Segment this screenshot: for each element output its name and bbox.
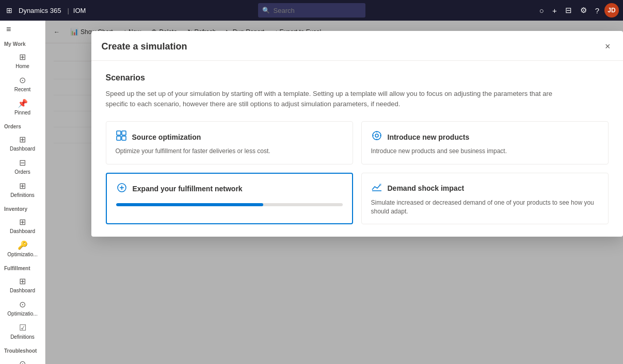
sidebar-item-fulfillment-optimization-label: Optimizatio... [7, 311, 37, 317]
sidebar-item-fulfillment-definitions-label: Definitions [10, 334, 35, 340]
svg-rect-1 [122, 131, 126, 135]
topbar-actions: ○ + ⊟ ⚙ ? JD [536, 3, 619, 18]
modal-title: Create a simulation [102, 41, 603, 52]
modal-header: Create a simulation × [91, 31, 623, 61]
sidebar-item-inventory-dashboard-label: Dashboard [10, 228, 35, 234]
sidebar-item-orders-definitions-label: Definitions [10, 192, 35, 198]
card-header: Introduce new products [371, 130, 599, 144]
scenario-card-demand-shock[interactable]: Demand shock impact Simulate increased o… [361, 173, 609, 225]
svg-rect-0 [117, 131, 121, 135]
demand-shock-icon [371, 181, 382, 195]
demand-shock-title: Demand shock impact [388, 184, 465, 192]
expand-fulfillment-progress-bar [116, 203, 263, 206]
help-button[interactable]: ? [592, 4, 602, 17]
fulfillment-dashboard-icon: ⊞ [19, 276, 26, 286]
app-name: Dynamics 365 [19, 7, 61, 14]
orders-icon: ⊟ [19, 158, 26, 168]
svg-rect-2 [117, 136, 121, 140]
source-optimization-desc: Optimize your fulfillment for faster del… [116, 147, 343, 156]
expand-fulfillment-icon [116, 182, 127, 196]
sidebar-item-orders[interactable]: ⊟ Orders [2, 155, 43, 178]
scenario-card-source-optimization[interactable]: Source optimization Optimize your fulfil… [106, 121, 353, 164]
scenario-card-introduce-new-products[interactable]: Introduce new products Introduce new pro… [361, 121, 609, 164]
sidebar-item-orders-dashboard-label: Dashboard [10, 146, 35, 152]
main-content: ← 📊 Show Chart + New 🗑 Delete ↻ Refresh … [45, 21, 623, 364]
sidebar-item-inventory-dashboard[interactable]: ⊞ Dashboard [2, 214, 43, 237]
scenarios-grid: Source optimization Optimize your fulfil… [106, 121, 609, 224]
sidebar-item-fulfillment-definitions[interactable]: ☑ Definitions [2, 320, 43, 343]
fulfillment-optimization-icon: ⊙ [19, 300, 26, 309]
scenario-card-expand-fulfillment[interactable]: Expand your fulfillment network [106, 173, 353, 225]
sidebar-item-home-label: Home [15, 63, 29, 69]
grid-icon[interactable]: ⊞ [4, 4, 14, 16]
fulfillment-definitions-icon: ☑ [19, 323, 26, 333]
filter-button[interactable]: ⊟ [562, 4, 575, 17]
home-icon: ⊞ [19, 52, 26, 62]
card-header: Source optimization [116, 130, 343, 144]
section-orders: Orders [0, 119, 45, 131]
sidebar-item-inventory-optimization-label: Optimizatio... [7, 252, 37, 257]
settings-button[interactable]: ⚙ [577, 4, 590, 17]
modal-body: Scenarios Speed up the set up of your si… [91, 61, 623, 237]
sidebar-item-fulfillment-optimization[interactable]: ⊙ Optimizatio... [2, 296, 43, 320]
search-icon: 🔍 [262, 7, 270, 14]
orders-dashboard-icon: ⊞ [19, 135, 26, 144]
scenarios-title: Scenarios [106, 73, 609, 82]
layout: ≡ My Work ⊞ Home ⊙ Recent 📌 Pinned Order… [0, 21, 623, 364]
modal-close-button[interactable]: × [603, 39, 613, 54]
sidebar: ≡ My Work ⊞ Home ⊙ Recent 📌 Pinned Order… [0, 21, 45, 364]
sidebar-item-fulfillment-dashboard[interactable]: ⊞ Dashboard [2, 273, 43, 296]
sidebar-item-recent-label: Recent [14, 87, 31, 92]
source-optimization-title: Source optimization [132, 133, 201, 141]
sidebar-item-pinned[interactable]: 📌 Pinned [2, 95, 43, 119]
card-header: Demand shock impact [371, 181, 599, 195]
svg-rect-14 [379, 184, 381, 186]
introduce-products-title: Introduce new products [388, 133, 470, 141]
add-button[interactable]: + [549, 4, 560, 17]
svg-rect-3 [122, 136, 126, 140]
scenarios-description: Speed up the set up of your simulation b… [106, 89, 570, 109]
inventory-dashboard-icon: ⊞ [19, 217, 26, 227]
sidebar-item-orders-definitions[interactable]: ⊞ Definitions [2, 178, 43, 201]
sidebar-item-pinned-label: Pinned [14, 110, 30, 115]
sidebar-item-provider[interactable]: ⊙ Provider [2, 356, 43, 364]
sidebar-item-fulfillment-dashboard-label: Dashboard [10, 288, 35, 293]
search-input[interactable] [258, 3, 365, 18]
topbar-separator: | [67, 7, 69, 14]
search-bar: 🔍 [258, 3, 365, 18]
sidebar-item-recent[interactable]: ⊙ Recent [2, 72, 43, 95]
orders-definitions-icon: ⊞ [19, 181, 26, 191]
topbar: ⊞ Dynamics 365 | IOM 🔍 ○ + ⊟ ⚙ ? JD [0, 0, 623, 21]
introduce-products-icon [371, 130, 382, 144]
expand-fulfillment-progress-bar-bg [116, 203, 343, 206]
source-optimization-icon [116, 130, 127, 144]
sidebar-item-inventory-optimization[interactable]: 🔑 Optimizatio... [2, 237, 43, 260]
card-header: Expand your fulfillment network [116, 182, 343, 196]
provider-icon: ⊙ [19, 359, 26, 364]
introduce-products-desc: Introduce new products and see business … [371, 147, 599, 156]
inventory-optimization-icon: 🔑 [18, 240, 28, 250]
svg-point-4 [373, 131, 381, 140]
sidebar-item-orders-label: Orders [14, 169, 30, 175]
svg-point-5 [375, 134, 378, 137]
recent-icon: ⊙ [19, 75, 26, 85]
sidebar-item-home[interactable]: ⊞ Home [2, 49, 43, 72]
module-name: IOM [73, 7, 86, 14]
section-troubleshoot: Troubleshoot [0, 343, 45, 356]
section-inventory: Inventory [0, 201, 45, 214]
avatar[interactable]: JD [604, 3, 619, 18]
sidebar-item-orders-dashboard[interactable]: ⊞ Dashboard [2, 131, 43, 155]
create-simulation-modal: Create a simulation × Scenarios Speed up… [91, 31, 623, 237]
section-my-work: My Work [0, 36, 45, 49]
demand-shock-desc: Simulate increased or decreased demand o… [371, 198, 599, 216]
connect-button[interactable]: ○ [536, 4, 547, 17]
hamburger-menu[interactable]: ≡ [0, 21, 45, 36]
section-fulfillment: Fulfillment [0, 260, 45, 273]
expand-fulfillment-title: Expand your fulfillment network [133, 185, 243, 193]
pin-icon: 📌 [18, 98, 28, 108]
